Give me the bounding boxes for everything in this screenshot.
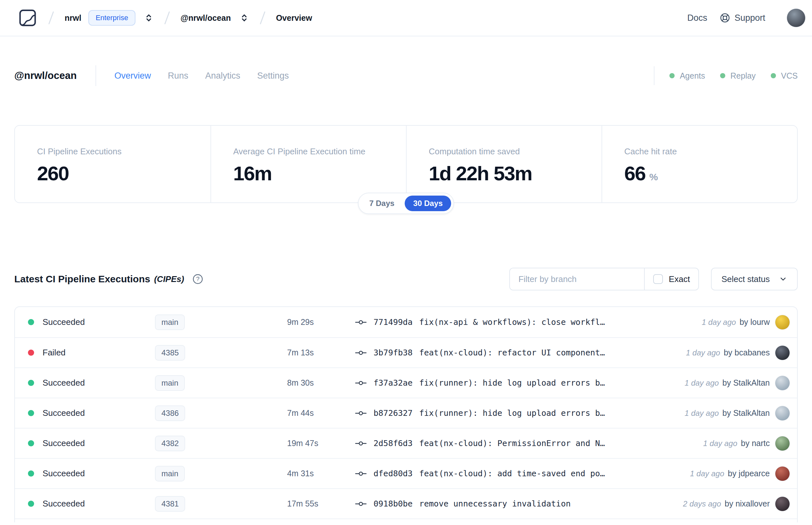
commit-text[interactable]: f37a32ae fix(runner): hide log upload er… bbox=[373, 378, 675, 388]
table-row[interactable]: Succeeded 4382 19m 47s 2d58f6d3 feat(nx-… bbox=[15, 428, 797, 458]
breadcrumb-page: Overview bbox=[276, 13, 312, 23]
top-navbar: nrwl Enterprise @nrwl/ocean Overview Doc… bbox=[0, 0, 812, 36]
divider bbox=[95, 65, 96, 86]
feature-indicator: VCS bbox=[771, 71, 798, 80]
table-row[interactable]: Succeeded main 4m 31s dfed80d3 feat(nx-c… bbox=[15, 458, 797, 488]
author-avatar[interactable] bbox=[775, 436, 790, 451]
git-commit-icon bbox=[355, 348, 367, 358]
commit-text[interactable]: b8726327 fix(runner): hide log upload er… bbox=[373, 408, 675, 418]
status-select[interactable]: Select status bbox=[711, 268, 798, 290]
breadcrumb-org[interactable]: nrwl bbox=[65, 13, 81, 23]
status-label: Succeeded bbox=[43, 468, 155, 479]
breadcrumb-workspace[interactable]: @nrwl/ocean bbox=[181, 13, 231, 23]
author-avatar[interactable] bbox=[775, 406, 790, 421]
git-commit-icon bbox=[355, 408, 367, 418]
support-link[interactable]: Support bbox=[719, 12, 765, 24]
workspace-tab[interactable]: Analytics bbox=[205, 71, 240, 81]
commit-message: fix(nx-api & workflows): close workfl… bbox=[419, 317, 605, 327]
author-avatar[interactable] bbox=[775, 315, 790, 330]
table-row[interactable]: Succeeded 4381 17m 55s 0918b0be remove u… bbox=[15, 488, 797, 519]
time-ago-label: 1 day ago bbox=[703, 439, 737, 448]
author-label: by lourw bbox=[739, 317, 770, 327]
date-range-option[interactable]: 30 Days bbox=[405, 196, 451, 211]
author-avatar[interactable] bbox=[775, 376, 790, 390]
stat-card: Computation time saved 1d 22h 53m bbox=[406, 126, 601, 202]
commit-message: feat(nx-cloud): PermissionError and N… bbox=[419, 439, 605, 448]
stats-section: CI Pipeline Executions 260 Average CI Pi… bbox=[14, 125, 798, 203]
help-circle-icon[interactable]: ? bbox=[192, 273, 204, 285]
branch-badge[interactable]: 4386 bbox=[155, 405, 185, 421]
table-row[interactable]: Failed 4385 7m 13s 3b79fb38 feat(nx-clou… bbox=[15, 337, 797, 368]
commit-text[interactable]: dfed80d3 feat(nx-cloud): add time-saved … bbox=[373, 469, 680, 478]
org-switcher-chevrons-icon[interactable] bbox=[144, 13, 154, 23]
status-label: Succeeded bbox=[43, 317, 155, 327]
branch-badge[interactable]: main bbox=[155, 375, 185, 391]
workspace-switcher-chevrons-icon[interactable] bbox=[240, 13, 249, 23]
workspace-tabs: OverviewRunsAnalyticsSettings bbox=[114, 71, 289, 81]
lifebuoy-icon bbox=[719, 12, 731, 24]
cipe-table: Succeeded main 9m 29s 771499da fix(nx-ap… bbox=[14, 306, 798, 522]
docs-link[interactable]: Docs bbox=[687, 13, 707, 23]
commit-hash: b8726327 bbox=[373, 408, 413, 418]
author-label: by StalkAltan bbox=[722, 408, 770, 418]
table-row[interactable]: Succeeded main 9m 29s 771499da fix(nx-ap… bbox=[15, 307, 797, 337]
exact-match-toggle[interactable]: Exact bbox=[644, 268, 698, 290]
commit-text[interactable]: 3b79fb38 feat(nx-cloud): refactor UI com… bbox=[373, 348, 676, 357]
commit-hash: 3b79fb38 bbox=[373, 348, 413, 357]
commit-message: remove unnecessary invalidation bbox=[419, 499, 571, 508]
exact-checkbox[interactable] bbox=[653, 274, 663, 284]
table-row[interactable]: Succeeded 4386 7m 44s b8726327 fix(runne… bbox=[15, 397, 797, 428]
table-row[interactable]: Succeeded main 8m 30s f37a32ae fix(runne… bbox=[15, 368, 797, 397]
git-commit-icon bbox=[355, 317, 367, 327]
workspace-title: @nrwl/ocean bbox=[14, 70, 77, 81]
commit-message: feat(nx-cloud): refactor UI component… bbox=[419, 348, 605, 357]
branch-badge[interactable]: main bbox=[155, 314, 185, 330]
nx-cloud-logo-icon[interactable] bbox=[17, 8, 38, 28]
status-label: Succeeded bbox=[43, 438, 155, 448]
time-ago-label: 1 day ago bbox=[686, 348, 720, 357]
status-label: Succeeded bbox=[43, 378, 155, 388]
date-range-option[interactable]: 7 Days bbox=[361, 196, 403, 211]
stat-card: Average CI Pipeline Execution time 16m bbox=[211, 126, 406, 202]
branch-filter-input[interactable] bbox=[510, 268, 644, 290]
duration-label: 17m 55s bbox=[287, 499, 355, 508]
author-label: by bcabanes bbox=[724, 348, 770, 357]
branch-badge[interactable]: main bbox=[155, 466, 185, 481]
branch-badge[interactable]: 4381 bbox=[155, 496, 185, 512]
workspace-header: @nrwl/ocean OverviewRunsAnalyticsSetting… bbox=[14, 64, 798, 87]
duration-label: 4m 31s bbox=[287, 469, 355, 478]
author-avatar[interactable] bbox=[775, 345, 790, 360]
status-dot-icon bbox=[28, 410, 34, 416]
duration-label: 19m 47s bbox=[287, 439, 355, 448]
breadcrumb: nrwl Enterprise @nrwl/ocean Overview bbox=[17, 8, 312, 28]
time-ago-label: 1 day ago bbox=[685, 409, 719, 418]
author-avatar[interactable] bbox=[775, 496, 790, 511]
user-avatar[interactable] bbox=[787, 9, 806, 27]
breadcrumb-slash bbox=[260, 11, 265, 24]
commit-message: feat(nx-cloud): add time-saved end po… bbox=[419, 469, 605, 478]
commit-message: fix(runner): hide log upload errors b… bbox=[419, 408, 605, 418]
commit-text[interactable]: 2d58f6d3 feat(nx-cloud): PermissionError… bbox=[373, 439, 693, 448]
stat-value: 260 bbox=[37, 162, 68, 185]
status-dot-icon bbox=[28, 470, 34, 477]
duration-label: 8m 30s bbox=[287, 378, 355, 388]
author-label: by nartc bbox=[741, 439, 770, 448]
commit-text[interactable]: 771499da fix(nx-api & workflows): close … bbox=[373, 317, 692, 327]
branch-badge[interactable]: 4382 bbox=[155, 436, 185, 451]
enterprise-badge: Enterprise bbox=[88, 10, 135, 26]
status-dot-icon bbox=[28, 349, 34, 356]
workspace-tab[interactable]: Overview bbox=[114, 71, 151, 81]
workspace-tab[interactable]: Settings bbox=[257, 71, 289, 81]
date-range-toggle: 7 Days30 Days bbox=[358, 193, 454, 214]
duration-label: 7m 44s bbox=[287, 408, 355, 418]
status-dot-icon bbox=[28, 319, 34, 325]
branch-badge[interactable]: 4385 bbox=[155, 345, 185, 361]
svg-text:?: ? bbox=[196, 275, 199, 282]
time-ago-label: 2 days ago bbox=[683, 499, 721, 508]
workspace-tab[interactable]: Runs bbox=[168, 71, 188, 81]
commit-text[interactable]: 0918b0be remove unnecessary invalidation bbox=[373, 499, 673, 508]
feature-indicator: Replay bbox=[720, 71, 756, 80]
git-commit-icon bbox=[355, 439, 367, 448]
author-avatar[interactable] bbox=[775, 466, 790, 481]
stat-value: 66 bbox=[624, 162, 645, 185]
